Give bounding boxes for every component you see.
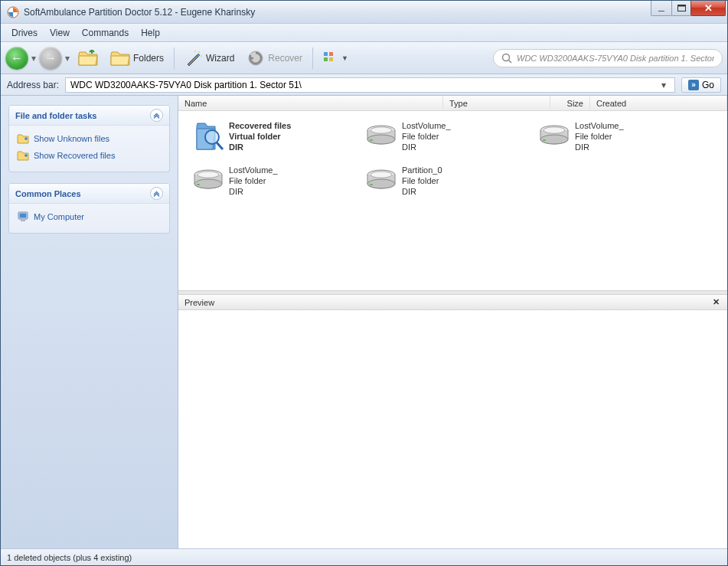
arrow-left-icon: ← [11, 51, 23, 65]
wizard-icon [184, 49, 203, 67]
address-dropdown-icon[interactable]: ▾ [658, 80, 670, 90]
item-line1: Partition_0 [402, 165, 442, 175]
item-line2: Virtual folder [229, 131, 291, 142]
addressbar: Address bar: WDC WD3200AAKS-75VYA0 Disk … [1, 74, 727, 96]
collapse-icon[interactable] [150, 187, 163, 200]
places-panel: Common Places My Computer [8, 183, 170, 234]
wizard-label: Wizard [206, 53, 234, 64]
nav-back-button[interactable]: ← [5, 47, 28, 70]
folders-icon [110, 50, 130, 67]
main-area: File and folder tasks Show Unknown files… [1, 96, 727, 548]
place-my-computer[interactable]: My Computer [17, 208, 162, 225]
tasks-header[interactable]: File and folder tasks [9, 106, 169, 126]
item-line2: File folder [402, 175, 442, 186]
recovered-folder-icon [192, 120, 224, 152]
content-area: Name Type Size Created Recovered filesVi… [178, 96, 727, 548]
col-type[interactable]: Type [443, 96, 550, 110]
status-text: 1 deleted objects (plus 4 existing) [7, 553, 132, 562]
window-controls: ─ ✕ [651, 1, 726, 16]
col-created[interactable]: Created [590, 96, 727, 110]
list-item[interactable]: Recovered filesVirtual folderDIR [189, 117, 362, 162]
toolbar-separator [312, 47, 313, 69]
minimize-button[interactable]: ─ [651, 1, 672, 16]
list-item[interactable]: LostVolume_File folderDIR [362, 117, 535, 162]
svg-rect-8 [329, 52, 333, 56]
places-header[interactable]: Common Places [9, 184, 169, 204]
places-title: Common Places [15, 189, 81, 198]
svg-rect-29 [197, 184, 200, 185]
app-window: SoftAmbulance Partition Doctor 5.12 - Eu… [0, 0, 728, 566]
chevron-down-icon: ▼ [341, 54, 348, 62]
list-item[interactable]: LostVolume_File folderDIR [535, 117, 708, 162]
task-show-recovered[interactable]: Show Recovered files [17, 147, 162, 164]
svg-rect-25 [543, 139, 546, 141]
recover-button[interactable]: Recover [241, 45, 308, 71]
nav-forward-dropdown[interactable]: ▾ [64, 53, 71, 64]
menu-commands[interactable]: Commands [76, 24, 135, 41]
view-grid-icon [323, 51, 338, 65]
folder-icon [17, 133, 29, 145]
folder-icon [17, 149, 29, 162]
svg-point-16 [205, 130, 219, 144]
address-input[interactable]: WDC WD3200AAKS-75VYA0 Disk partition 1. … [65, 77, 675, 93]
menu-view[interactable]: View [44, 24, 76, 41]
svg-point-24 [544, 127, 565, 133]
nav-forward-button[interactable]: → [39, 47, 62, 70]
search-box[interactable] [493, 49, 723, 67]
preview-close-button[interactable]: ✕ [710, 297, 721, 307]
search-input[interactable] [517, 54, 714, 63]
svg-line-17 [217, 142, 223, 149]
svg-point-3 [198, 51, 200, 53]
list-item[interactable]: LostVolume_File folderDIR [189, 162, 362, 206]
svg-point-28 [198, 172, 219, 178]
view-mode-button[interactable]: ▼ [318, 45, 354, 71]
up-button[interactable] [73, 45, 103, 71]
wizard-button[interactable]: Wizard [179, 45, 240, 71]
drive-icon [192, 165, 224, 197]
preview-pane: Preview ✕ [178, 290, 727, 548]
item-line2: File folder [575, 131, 624, 142]
folders-button[interactable]: Folders [105, 45, 169, 71]
svg-point-11 [503, 54, 510, 61]
item-text: LostVolume_File folderDIR [575, 120, 624, 152]
close-button[interactable]: ✕ [690, 1, 726, 16]
menu-drives[interactable]: Drives [5, 24, 44, 41]
col-name[interactable]: Name [178, 96, 443, 110]
task-link-label: Show Recovered files [34, 151, 115, 160]
go-icon: » [688, 80, 699, 90]
maximize-icon [677, 5, 686, 11]
folder-up-icon [78, 50, 98, 67]
item-text: LostVolume_File folderDIR [229, 165, 278, 197]
collapse-icon[interactable] [150, 109, 163, 122]
nav-back-dropdown[interactable]: ▾ [30, 53, 38, 64]
items-area[interactable]: Recovered filesVirtual folderDIRLostVolu… [178, 111, 727, 290]
preview-body [178, 310, 727, 548]
svg-point-20 [371, 127, 392, 133]
statusbar: 1 deleted objects (plus 4 existing) [1, 548, 727, 565]
address-path: WDC WD3200AAKS-75VYA0 Disk partition 1. … [70, 80, 658, 90]
item-text: LostVolume_File folderDIR [402, 120, 451, 152]
place-link-label: My Computer [34, 212, 84, 221]
item-line3: DIR [402, 186, 442, 197]
task-link-label: Show Unknown files [34, 134, 109, 143]
menu-help[interactable]: Help [135, 24, 166, 41]
col-size[interactable]: Size [550, 96, 590, 110]
folders-label: Folders [133, 53, 164, 64]
svg-rect-10 [329, 57, 333, 61]
maximize-button[interactable] [671, 1, 691, 16]
svg-rect-21 [370, 139, 373, 141]
go-button[interactable]: » Go [681, 77, 721, 93]
computer-icon [17, 211, 29, 223]
task-show-unknown[interactable]: Show Unknown files [17, 130, 162, 147]
tasks-panel: File and folder tasks Show Unknown files… [8, 105, 170, 172]
toolbar: ← ▾ → ▾ Folders Wizard [1, 42, 727, 74]
recover-icon [246, 49, 265, 67]
preview-title: Preview [184, 298, 214, 307]
svg-rect-9 [324, 57, 328, 61]
item-line3: DIR [402, 142, 451, 152]
list-item[interactable]: Partition_0File folderDIR [362, 162, 535, 206]
search-icon [501, 53, 512, 64]
titlebar: SoftAmbulance Partition Doctor 5.12 - Eu… [1, 1, 727, 24]
drive-icon [365, 120, 397, 152]
address-label: Address bar: [7, 80, 59, 90]
